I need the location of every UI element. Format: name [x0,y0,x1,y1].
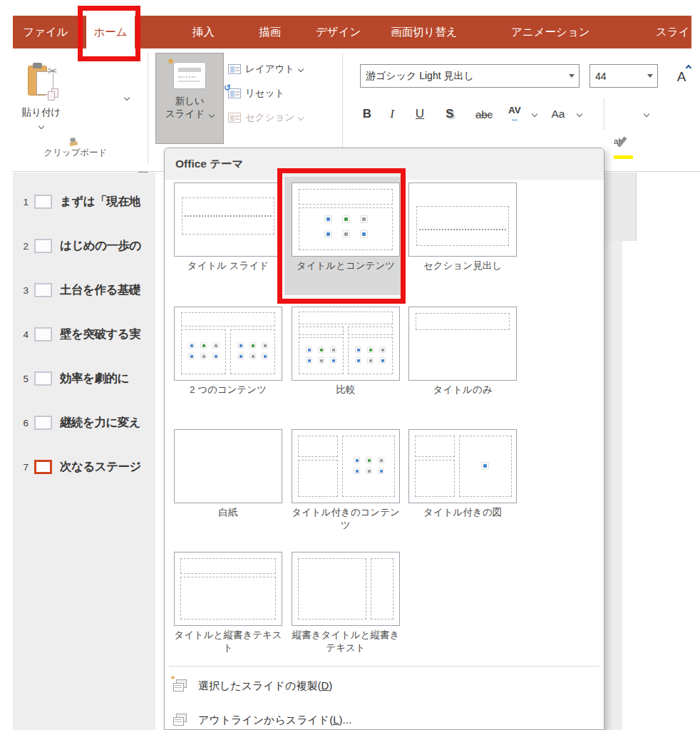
slide-icon[interactable] [34,195,52,209]
change-case-chevron-icon[interactable] [577,111,582,117]
current-slide-icon[interactable] [34,460,52,474]
outline-panel: 1 まずは「現在地 2 はじめの一歩の 3 土台を作る基礎 4 壁を突破する実 … [13,173,155,730]
font-name-dropdown-icon[interactable] [569,74,575,78]
layout-option-two-content[interactable]: 2 つのコンテンツ [170,307,287,396]
layout-thumbnail [292,552,400,626]
text-highlight-button[interactable]: ab [614,135,635,161]
font-size-dropdown-icon[interactable] [647,74,653,78]
layout-thumbnail [292,182,400,257]
tab-design[interactable]: デザイン [316,16,361,48]
slides-from-outline-icon [173,714,189,726]
layout-thumbnail [174,307,282,381]
slide-icon[interactable] [34,283,52,297]
slide-icon[interactable] [34,327,52,341]
paste-label: 貼り付け [22,106,61,119]
copy-chevron-icon[interactable] [124,95,130,101]
menu-item-duplicate-selected-slides[interactable]: * 選択したスライドの複製(D) [165,672,604,700]
menu-separator [169,666,599,667]
copy-icon[interactable] [48,88,60,101]
italic-button[interactable]: I [382,101,402,127]
layout-option-picture-with-caption[interactable]: タイトル付きの図 [404,429,521,519]
layout-option-title-and-content[interactable]: タイトルとコンテンツ [287,182,404,272]
tab-home[interactable]: ホーム [86,16,135,48]
reset-button[interactable]: ↺ リセット [228,84,284,103]
strikethrough-button[interactable]: abc [469,101,499,127]
outline-slide-4[interactable]: 4 壁を突破する実 [13,312,155,356]
font-name-combobox[interactable]: 游ゴシック Light 見出し [360,64,580,88]
highlight-color-bar [614,155,633,159]
group-separator [148,53,148,164]
editor-pane-corner [604,173,637,241]
new-slide-layout-menu: Office テーマ タイトル スライド タイトルとコンテンツ [164,148,604,730]
tab-draw[interactable]: 描画 [259,16,281,48]
ribbon-tab-bar: ファイル ホーム 挿入 描画 デザイン 画面切り替え アニメーション スライド … [13,16,691,48]
layout-option-title-only[interactable]: タイトルのみ [404,307,521,396]
new-slide-icon: * [173,62,206,89]
tab-file[interactable]: ファイル [23,16,68,48]
character-spacing-icon: AV ↔ [508,106,521,123]
slide-icon[interactable] [34,371,52,386]
new-slide-button[interactable]: * 新しい スライド [155,53,224,144]
highlight-chevron-icon[interactable] [644,111,649,117]
grow-font-caret-icon [686,65,691,71]
change-case-button[interactable]: Aa [546,101,570,127]
layout-chevron-icon [298,66,304,72]
tab-animations[interactable]: アニメーション [511,16,590,48]
outline-slide-6[interactable]: 6 継続を力に変え [13,401,155,445]
tab-slideshow[interactable]: スライド ショー [656,16,691,48]
bold-button[interactable]: B [356,101,378,127]
layout-thumbnail [174,552,282,626]
layout-thumbnail [408,182,517,257]
tab-transitions[interactable]: 画面切り替え [391,16,458,48]
paste-chevron-icon[interactable] [38,123,44,129]
tab-insert[interactable]: 挿入 [192,16,215,48]
slide-icon[interactable] [34,239,52,253]
layout-thumbnail [174,429,282,503]
cut-icon[interactable]: ✂ [48,64,57,78]
menu-item-slides-from-outline[interactable]: アウトラインからスライド(L)... [165,706,604,730]
menu-header: Office テーマ [165,148,604,180]
slide-icon[interactable] [34,416,52,430]
character-spacing-chevron-icon[interactable] [532,111,537,117]
outline-slide-1[interactable]: 1 まずは「現在地 [13,180,155,224]
layout-option-content-with-caption[interactable]: タイトル付きのコンテンツ [287,429,404,531]
font-size-combobox[interactable]: 44 [590,64,658,88]
section-chevron-icon [298,115,304,120]
clipboard-group-label: クリップボード [26,147,125,159]
layout-option-blank[interactable]: 白紙 [170,429,287,519]
section-icon [228,113,241,123]
outline-slide-5[interactable]: 5 効率を劇的に [13,356,155,401]
layout-option-comparison[interactable]: 比較 [287,307,404,396]
layout-thumbnail [174,182,282,257]
new-slide-chevron-icon [209,112,215,118]
layout-thumbnail [408,307,517,381]
character-spacing-button[interactable]: AV ↔ [503,101,526,127]
editor-pane-edge [604,241,622,730]
outline-slide-3[interactable]: 3 土台を作る基礎 [13,268,155,312]
format-painter-icon[interactable] [68,135,81,148]
underline-button[interactable]: U [409,101,431,127]
layout-option-section-header[interactable]: セクション見出し [404,182,521,272]
layout-option-title-and-vertical-text[interactable]: タイトルと縦書きテキスト [170,552,287,654]
section-button: セクション [228,108,303,127]
layout-thumbnail [408,429,517,503]
group-separator [604,98,604,130]
duplicate-slide-icon: * [173,679,189,692]
outline-slide-2[interactable]: 2 はじめの一歩の [13,224,155,268]
layout-thumbnail [292,307,400,381]
layout-thumbnail [292,429,400,503]
text-shadow-button[interactable]: S [439,101,460,127]
layout-button[interactable]: レイアウト [228,60,303,78]
layout-option-vertical-title-and-text[interactable]: 縦書きタイトルと縦書きテキスト [287,552,404,654]
layout-option-title-slide[interactable]: タイトル スライド [170,182,287,272]
reset-icon: ↺ [228,88,241,98]
grow-font-button[interactable]: A [669,64,694,88]
outline-slide-7-current[interactable]: 7 次なるステージ [13,445,155,489]
layout-icon [228,64,241,74]
new-slide-label: 新しい スライド [165,95,214,120]
